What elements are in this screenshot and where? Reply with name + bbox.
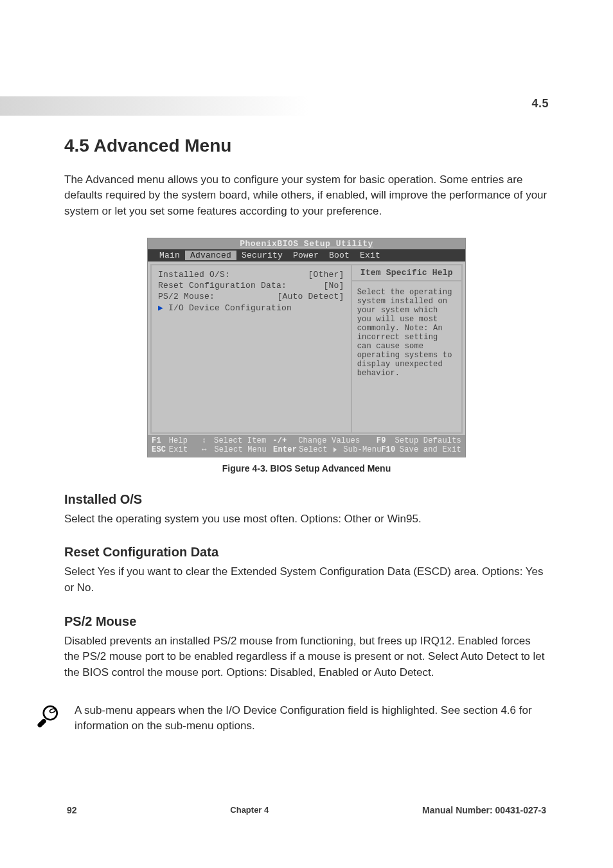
option-title: Reset Configuration Data [64,544,549,560]
bios-key: -/+ [272,436,298,445]
submenu-arrow-icon: ▶ [158,303,163,313]
bios-tab-exit[interactable]: Exit [355,251,386,260]
option-title: Installed O/S [64,491,549,508]
bios-title: PhoenixBIOS Setup Utility [148,238,465,249]
option-description: Select Yes if you want to clear the Exte… [64,564,549,596]
bios-help-header: Item Specific Help [352,265,461,281]
page-title: 4.5 Advanced Menu [64,135,549,157]
page-header-band [0,96,308,116]
bios-key: ↕ [202,436,214,445]
bios-screenshot: PhoenixBIOS Setup Utility Main Advanced … [147,238,466,457]
bios-menu-bar: Main Advanced Security Power Boot Exit [148,249,465,261]
bios-row-value: [Other] [308,270,344,279]
bios-key: F9 [377,436,395,445]
bios-footer-line-2: ESC Exit ↔ Select Menu Enter Select Sub-… [152,445,461,454]
bios-key-action: Select Menu [214,445,273,454]
bios-key-action: Change Values [298,436,377,445]
bios-key-action: Save and Exit [400,445,461,454]
option-title: PS/2 Mouse [64,613,549,630]
bios-key: Enter [273,445,299,454]
option-description: Disabled prevents an installed PS/2 mous… [64,633,549,681]
bios-row[interactable]: PS/2 Mouse: [Auto Detect] [158,291,344,302]
svg-rect-2 [37,718,47,728]
bios-tab-security[interactable]: Security [236,251,288,260]
bios-tab-boot[interactable]: Boot [324,251,355,260]
bios-left-pane: Installed O/S: [Other] Reset Configurati… [150,264,351,434]
bios-tab-advanced[interactable]: Advanced [185,251,236,260]
bios-right-pane: Item Specific Help Select the operating … [351,264,463,434]
bios-row-value: [No] [324,281,344,290]
bios-footer: F1 Help ↕ Select Item -/+ Change Values … [148,435,465,457]
bios-tab-power[interactable]: Power [288,251,324,260]
bios-tab-main[interactable]: Main [154,251,185,260]
intro-paragraph: The Advanced menu allows you to configur… [64,172,549,220]
bios-row-submenu[interactable]: ▶ ▶ I/O Device ConfigurationI/O Device C… [158,302,344,314]
bios-footer-line-1: F1 Help ↕ Select Item -/+ Change Values … [152,436,461,445]
bios-key: F1 [152,436,169,445]
bios-row-label: ▶ ▶ I/O Device ConfigurationI/O Device C… [158,303,292,313]
svg-point-1 [49,708,56,713]
option-block: Reset Configuration Data Select Yes if y… [64,544,549,596]
figure-caption: Figure 4-3. BIOS Setup Advanced Menu [64,463,549,474]
bios-row-label: Reset Configuration Data: [158,281,287,290]
option-block: PS/2 Mouse Disabled prevents an installe… [64,613,549,681]
bios-key-action: Help [169,436,202,445]
page-number: 92 [67,805,77,815]
bios-help-text: Select the operating system installed on… [352,281,461,432]
bios-row-value: [Auto Detect] [278,292,344,301]
bios-key: F10 [381,445,400,454]
bios-key-action: Select Item [214,436,272,445]
bios-key-action: Select Sub-Menu [299,445,381,454]
bios-row-label: PS/2 Mouse: [158,292,215,301]
bios-key-action: Setup Defaults [395,436,461,445]
note-text: A sub-menu appears when the I/O Device C… [75,703,549,734]
section-number: 4.5 [531,98,549,109]
bios-row[interactable]: Installed O/S: [Other] [158,269,344,280]
bios-row[interactable]: Reset Configuration Data: [No] [158,280,344,291]
bios-key-action: Exit [169,445,202,454]
bios-row-label: Installed O/S: [158,270,230,279]
triangle-right-icon [333,447,337,452]
page-footer: 92 Chapter 4 Manual Number: 00431-027-3 [64,805,549,815]
page-manual-number: Manual Number: 00431-027-3 [422,805,546,815]
option-block: Installed O/S Select the operating syste… [64,491,549,527]
bios-key: ↔ [202,445,214,454]
option-description: Select the operating system you use most… [64,511,549,527]
note-block: A sub-menu appears when the I/O Device C… [33,703,549,734]
magnifier-icon [33,703,60,730]
page-chapter: Chapter 4 [230,805,269,815]
bios-key: ESC [152,445,169,454]
